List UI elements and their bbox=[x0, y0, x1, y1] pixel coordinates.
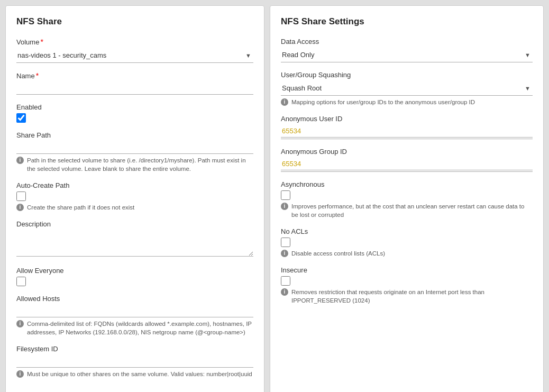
filesystem-id-info-row: i Must be unique to other shares on the … bbox=[16, 370, 253, 378]
allow-everyone-field-group: Allow Everyone bbox=[16, 267, 253, 286]
anonymous-user-id-field-group: Anonymous User ID 65534 bbox=[281, 115, 533, 139]
data-access-label: Data Access bbox=[281, 38, 533, 45]
filesystem-id-label: Filesystem ID bbox=[16, 345, 253, 353]
auto-create-path-checkbox[interactable] bbox=[16, 192, 26, 201]
insecure-info-text: Removes restriction that requests origin… bbox=[291, 288, 533, 305]
share-path-info-icon: i bbox=[16, 157, 24, 164]
user-group-squashing-info-icon: i bbox=[281, 98, 288, 106]
name-field-group: Name * bbox=[16, 71, 253, 95]
volume-field-group: Volume * nas-videos 1 - security_cams ▼ bbox=[16, 38, 253, 63]
insecure-info-row: i Removes restriction that requests orig… bbox=[281, 288, 533, 305]
auto-create-path-field-group: Auto-Create Path i Create the share path… bbox=[16, 181, 253, 212]
insecure-label: Insecure bbox=[281, 266, 533, 274]
no-acls-label: No ACLs bbox=[281, 227, 533, 235]
no-acls-field-group: No ACLs i Disable access control lists (… bbox=[281, 227, 533, 258]
enabled-checkbox[interactable] bbox=[16, 113, 26, 123]
allowed-hosts-input[interactable] bbox=[16, 305, 253, 317]
filesystem-id-info-text: Must be unique to other shares on the sa… bbox=[27, 370, 252, 378]
user-group-squashing-field-group: User/Group Squashing Squash Root Squash … bbox=[281, 71, 533, 106]
asynchronous-info-icon: i bbox=[281, 203, 288, 210]
user-group-squashing-select-wrapper: Squash Root Squash All No Squash ▼ bbox=[281, 81, 533, 96]
asynchronous-info-row: i Improves performance, but at the cost … bbox=[281, 202, 533, 219]
filesystem-id-field-group: Filesystem ID i Must be unique to other … bbox=[16, 345, 253, 378]
allowed-hosts-label: Allowed Hosts bbox=[16, 295, 253, 303]
anonymous-group-id-value: 65534 bbox=[281, 158, 533, 170]
volume-select-wrapper: nas-videos 1 - security_cams ▼ bbox=[16, 48, 253, 63]
enabled-field-group: Enabled bbox=[16, 103, 253, 123]
insecure-field-group: Insecure i Removes restriction that requ… bbox=[281, 266, 533, 305]
anonymous-user-id-value: 65534 bbox=[281, 125, 533, 138]
no-acls-checkbox[interactable] bbox=[281, 238, 290, 247]
allowed-hosts-field-group: Allowed Hosts i Comma-delimited list of:… bbox=[16, 295, 253, 336]
share-path-field-group: Share Path i Path in the selected volume… bbox=[16, 131, 253, 173]
allow-everyone-label: Allow Everyone bbox=[16, 267, 253, 275]
description-label: Description bbox=[16, 220, 253, 228]
anonymous-user-id-divider bbox=[281, 139, 533, 139]
asynchronous-info-text: Improves performance, but at the cost th… bbox=[291, 202, 533, 219]
no-acls-checkbox-wrapper bbox=[281, 238, 533, 247]
description-field-group: Description bbox=[16, 220, 253, 258]
name-input[interactable] bbox=[16, 82, 253, 95]
anonymous-group-id-divider bbox=[281, 171, 533, 172]
enabled-checkbox-wrapper bbox=[16, 113, 253, 123]
share-path-info-text: Path in the selected volume to share (i.… bbox=[27, 156, 253, 173]
filesystem-id-info-icon: i bbox=[16, 370, 24, 378]
enabled-label: Enabled bbox=[16, 103, 253, 111]
allowed-hosts-info-icon: i bbox=[16, 320, 24, 327]
allow-everyone-checkbox-wrapper bbox=[16, 277, 253, 286]
auto-create-path-label: Auto-Create Path bbox=[16, 181, 253, 189]
auto-create-path-checkbox-wrapper bbox=[16, 192, 253, 201]
auto-create-path-info-icon: i bbox=[16, 204, 24, 211]
no-acls-info-icon: i bbox=[281, 250, 288, 257]
user-group-squashing-label: User/Group Squashing bbox=[281, 71, 533, 79]
asynchronous-checkbox[interactable] bbox=[281, 190, 290, 200]
insecure-checkbox[interactable] bbox=[281, 276, 290, 286]
anonymous-group-id-label: Anonymous Group ID bbox=[281, 148, 533, 156]
description-textarea[interactable] bbox=[16, 230, 253, 257]
no-acls-info-row: i Disable access control lists (ACLs) bbox=[281, 249, 533, 258]
insecure-info-icon: i bbox=[281, 288, 288, 296]
volume-select[interactable]: nas-videos 1 - security_cams bbox=[16, 48, 253, 63]
user-group-squashing-select[interactable]: Squash Root Squash All No Squash bbox=[281, 81, 533, 96]
nfs-share-settings-panel: NFS Share Settings Data Access Read Only… bbox=[270, 5, 544, 392]
user-group-squashing-info-text: Mapping options for user/group IDs to th… bbox=[291, 98, 475, 106]
nfs-share-title: NFS Share bbox=[16, 16, 253, 27]
nfs-share-panel: NFS Share Volume * nas-videos 1 - securi… bbox=[5, 5, 264, 392]
data-access-select-wrapper: Read Only Read/Write ▼ bbox=[281, 48, 533, 62]
auto-create-path-info-text: Create the share path if it does not exi… bbox=[27, 203, 134, 212]
nfs-share-settings-title: NFS Share Settings bbox=[281, 16, 533, 27]
asynchronous-field-group: Asynchronous i Improves performance, but… bbox=[281, 180, 533, 219]
user-group-squashing-info-row: i Mapping options for user/group IDs to … bbox=[281, 98, 533, 106]
data-access-field-group: Data Access Read Only Read/Write ▼ bbox=[281, 38, 533, 62]
share-path-info-row: i Path in the selected volume to share (… bbox=[16, 156, 253, 173]
share-path-label: Share Path bbox=[16, 131, 253, 139]
volume-required-star: * bbox=[40, 38, 43, 46]
allowed-hosts-info-row: i Comma-delimited list of: FQDNs (wildca… bbox=[16, 320, 253, 336]
anonymous-user-id-label: Anonymous User ID bbox=[281, 115, 533, 123]
share-path-input[interactable] bbox=[16, 141, 253, 154]
no-acls-info-text: Disable access control lists (ACLs) bbox=[291, 249, 385, 258]
data-access-select[interactable]: Read Only Read/Write bbox=[281, 48, 533, 62]
auto-create-path-info-row: i Create the share path if it does not e… bbox=[16, 203, 253, 212]
anonymous-group-id-field-group: Anonymous Group ID 65534 bbox=[281, 148, 533, 172]
allow-everyone-checkbox[interactable] bbox=[16, 277, 26, 286]
name-label: Name * bbox=[16, 71, 253, 80]
filesystem-id-input[interactable] bbox=[16, 355, 253, 368]
name-required-star: * bbox=[36, 71, 39, 80]
asynchronous-label: Asynchronous bbox=[281, 180, 533, 188]
allowed-hosts-info-text: Comma-delimited list of: FQDNs (wildcard… bbox=[27, 320, 253, 336]
asynchronous-checkbox-wrapper bbox=[281, 190, 533, 200]
volume-label: Volume * bbox=[16, 38, 253, 46]
insecure-checkbox-wrapper bbox=[281, 276, 533, 286]
